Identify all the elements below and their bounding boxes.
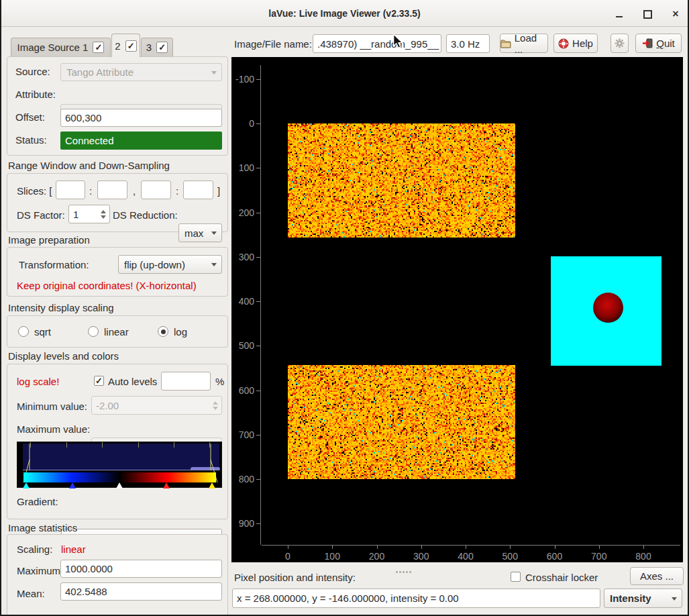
solid-image-region	[551, 256, 661, 366]
gradient-level-marker[interactable]	[209, 482, 215, 489]
radio-sqrt[interactable]	[18, 326, 29, 337]
slice-start-row-input[interactable]	[56, 181, 85, 199]
attribute-label: Attribute:	[15, 85, 56, 103]
x-tick-label: 100	[319, 551, 346, 562]
help-button[interactable]: Help	[553, 34, 598, 53]
crosshair-locker-checkbox[interactable]	[511, 572, 521, 582]
status-badge: Connected	[60, 132, 222, 150]
y-tick-label: 800	[231, 474, 254, 484]
gradient-level-marker[interactable]	[69, 482, 76, 489]
pixel-position-input[interactable]: x = 268.000000, y = -146.000000, intensi…	[232, 588, 600, 608]
y-tick-mark	[256, 523, 260, 524]
x-tick-mark	[599, 545, 600, 549]
gradient-level-marker[interactable]	[116, 482, 123, 489]
auto-levels-percent-input[interactable]	[161, 372, 211, 391]
noise-image-region	[288, 123, 515, 238]
gradient-level-marker[interactable]	[23, 482, 30, 489]
y-tick-label: -100	[231, 74, 254, 85]
exit-door-icon	[642, 38, 653, 48]
axes-button[interactable]: Axes ...	[630, 567, 684, 585]
preparation-group: Transformation: flip (up-down) Keep orig…	[7, 247, 228, 297]
x-tick-mark	[332, 545, 333, 549]
radio-log[interactable]	[158, 326, 168, 337]
radio-linear[interactable]	[88, 326, 99, 337]
image-plot-area[interactable]: -100010020030040050060070080090001002003…	[231, 57, 683, 562]
y-tick-mark	[256, 301, 260, 302]
range-section-title: Range Window and Down-Sampling	[8, 160, 170, 171]
auto-levels-label: Auto levels	[108, 373, 157, 389]
maximize-button[interactable]	[640, 7, 655, 21]
gradient-level-marker[interactable]	[163, 482, 170, 489]
stats-scaling-value: linear	[61, 542, 86, 556]
tab-image-source-1[interactable]: Image Source 1 ✓	[11, 38, 111, 56]
y-tick-label: 200	[231, 207, 254, 218]
y-tick-mark	[256, 479, 260, 480]
x-tick-label: 800	[630, 551, 657, 562]
x-tick-label: 300	[408, 551, 435, 562]
y-tick-mark	[256, 213, 260, 213]
slices-colon-1: :	[89, 182, 92, 199]
stats-maximum-label: Maximum:	[17, 562, 63, 579]
application-window: laVue: Live Image Viewer (v2.33.5) × Ima…	[0, 0, 689, 616]
x-tick-label: 0	[274, 551, 301, 562]
x-tick-mark	[288, 545, 288, 549]
spin-down-icon[interactable]	[213, 407, 218, 410]
tab-image-source-3[interactable]: 3 ✓	[141, 38, 173, 56]
statistics-group: Scaling: linear Maximum: 1000.0000 Mean:…	[7, 534, 228, 616]
tab-2-checkbox[interactable]: ✓	[125, 40, 137, 52]
transformation-combobox[interactable]: flip (up-down)	[118, 255, 222, 274]
tab-image-source-2[interactable]: 2 ✓	[111, 34, 140, 57]
stats-mean-input[interactable]: 402.5488	[60, 582, 222, 601]
spin-arrows[interactable]	[101, 205, 106, 223]
log-scale-note: log scale!	[17, 373, 59, 389]
y-tick-label: 900	[231, 518, 254, 529]
slice-end-row-input[interactable]	[97, 181, 127, 199]
help-lifering-icon	[558, 38, 569, 49]
minimum-value-spinbox[interactable]: -2.00	[91, 396, 222, 415]
display-channel-value: Intensity	[610, 593, 651, 604]
x-tick-mark	[421, 545, 422, 549]
tab-3-checkbox[interactable]: ✓	[156, 42, 168, 53]
intensity-scaling-group: sqrt linear log	[7, 315, 228, 348]
slice-start-col-input[interactable]	[141, 181, 171, 199]
maximum-value-label: Maximum value:	[17, 421, 90, 437]
stats-maximum-input[interactable]: 1000.0000	[60, 560, 222, 578]
stats-mean-label: Mean:	[17, 584, 45, 602]
gradient-preview-bar	[23, 472, 216, 482]
slices-colon-2: :	[176, 182, 178, 199]
slices-comma: ,	[133, 182, 136, 199]
load-button[interactable]: Load ...	[500, 34, 548, 53]
gear-icon	[615, 38, 625, 48]
ds-factor-spinbox[interactable]: 1	[68, 205, 110, 223]
source-combobox[interactable]: Tango Attribute	[60, 63, 222, 81]
spin-up-icon[interactable]	[101, 210, 106, 213]
preparation-section-title: Image preparation	[8, 234, 90, 246]
quit-button[interactable]: Quit	[635, 34, 682, 53]
close-icon: ×	[672, 9, 678, 19]
close-button[interactable]: ×	[668, 7, 683, 21]
auto-levels-checkbox[interactable]: ✓	[94, 376, 104, 386]
settings-button[interactable]	[611, 34, 629, 53]
ds-reduction-combobox[interactable]: max	[178, 223, 222, 242]
tab-1-label: Image Source 1	[17, 42, 89, 53]
chevron-down-icon	[211, 232, 217, 235]
display-channel-combobox[interactable]: Intensity	[604, 588, 682, 608]
y-tick-label: 500	[231, 340, 254, 351]
refresh-rate-field[interactable]: 3.0 Hz	[446, 34, 490, 53]
spin-up-icon[interactable]	[213, 401, 218, 405]
splitter-handle[interactable]	[396, 564, 413, 576]
x-tick-label: 400	[452, 551, 479, 562]
quit-button-label: Quit	[656, 38, 675, 49]
levels-histogram-widget[interactable]	[17, 442, 222, 488]
slice-end-col-input[interactable]	[183, 181, 213, 199]
transformation-label: Transformation:	[19, 256, 89, 273]
offset-input[interactable]: 600,300	[60, 109, 222, 127]
image-file-name-label: Image/File name:	[234, 36, 312, 52]
minimize-button[interactable]	[612, 7, 627, 21]
circle-blob	[593, 293, 623, 323]
x-tick-label: 200	[364, 551, 390, 562]
image-file-name-input[interactable]: .438970) __random_995__	[313, 34, 441, 53]
tab-1-checkbox[interactable]: ✓	[93, 42, 104, 53]
spin-down-icon[interactable]	[101, 215, 106, 219]
axes-button-label: Axes ...	[640, 570, 674, 582]
